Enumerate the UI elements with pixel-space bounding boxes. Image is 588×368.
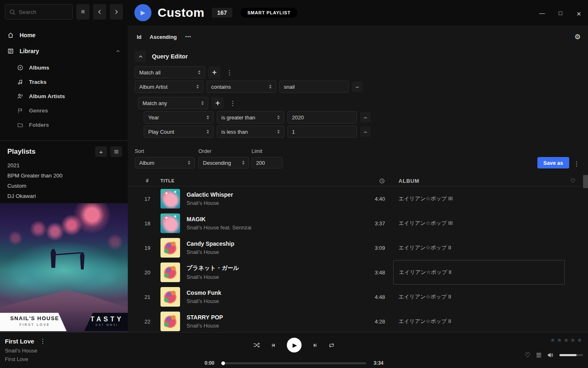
hamburger-icon: ≡ — [81, 8, 85, 16]
next-track-button[interactable] — [312, 342, 318, 348]
playlists-title: Playlists — [7, 148, 92, 156]
sidebar-item-genres[interactable]: Genres — [0, 103, 128, 118]
volume-button[interactable] — [547, 352, 554, 358]
rule-operator-select[interactable]: contains — [207, 81, 276, 93]
nav-forward-button[interactable] — [110, 4, 123, 20]
volume-slider[interactable] — [559, 354, 583, 356]
shuffle-button[interactable] — [253, 342, 261, 348]
match-type-select[interactable]: Match all — [135, 66, 205, 79]
sidebar-item-tracks[interactable]: Tracks — [0, 75, 128, 89]
close-button[interactable]: × — [576, 10, 582, 18]
sidebar-item-albums[interactable]: Albums — [0, 61, 128, 75]
sidebar-item-home[interactable]: Home — [0, 27, 128, 43]
group-menu-button[interactable]: ⋮ — [224, 69, 235, 76]
sort-select[interactable]: Album — [135, 157, 195, 168]
table-row[interactable]: 17 Galactic Whisper Snail’s House 4:40 エ… — [128, 186, 588, 211]
rule-value-input[interactable] — [292, 114, 352, 121]
save-menu-button[interactable]: ⋮ — [571, 160, 582, 168]
title-column-header[interactable]: TITLE — [160, 178, 352, 183]
table-row[interactable]: 18 MAGIK Snail’s House feat. Sennzai 3:3… — [128, 211, 588, 236]
seek-handle[interactable] — [221, 361, 225, 365]
match-type-select[interactable]: Match any — [138, 97, 208, 109]
tasty-logo-sub: EST MMXI — [86, 323, 128, 326]
order-select[interactable]: Descending — [198, 157, 249, 168]
favorite-button[interactable]: ♡ — [525, 351, 530, 359]
playlist-item[interactable]: 2021 — [0, 160, 128, 171]
favorite-column-header[interactable]: ♡ — [570, 177, 581, 184]
track-album-focused[interactable]: エイリアン☆ポップ II — [393, 260, 565, 285]
maximize-button[interactable]: □ — [557, 10, 564, 18]
menu-button[interactable]: ≡ — [76, 4, 89, 20]
seek-bar[interactable] — [222, 362, 366, 364]
track-album[interactable]: エイリアン☆ポップ III — [393, 186, 565, 211]
remove-rule-button[interactable]: − — [360, 112, 371, 123]
rule-field-select[interactable]: Play Count — [144, 126, 214, 138]
scrollbar-thumb[interactable] — [583, 175, 588, 188]
table-header: # TITLE ALBUM ♡ — [128, 175, 588, 186]
remove-rule-button[interactable]: − — [360, 126, 371, 137]
remove-rule-button[interactable]: − — [352, 81, 363, 92]
duration-column-header[interactable] — [379, 178, 385, 184]
add-rule-button[interactable]: + — [212, 97, 224, 109]
limit-input[interactable] — [256, 160, 278, 166]
now-playing-title[interactable]: First Love — [5, 338, 34, 345]
search-input-wrap[interactable] — [5, 4, 73, 20]
index-column-header[interactable]: # — [146, 178, 149, 184]
chevron-up-icon[interactable] — [116, 49, 120, 54]
playlist-item[interactable]: DJ Okawari — [0, 191, 128, 201]
nav-back-button[interactable] — [93, 4, 106, 20]
track-table: # TITLE ALBUM ♡ 17 Galactic Whisper Snai… — [128, 175, 588, 332]
sidebar-item-album-artists[interactable]: Album Artists — [0, 89, 128, 103]
save-as-button[interactable]: Save as — [537, 157, 569, 168]
track-menu-button[interactable]: ⋮ — [40, 337, 46, 345]
sidebar-item-library[interactable]: Library — [0, 43, 128, 59]
playlist-item[interactable]: BPM Greater than 200 — [0, 171, 128, 181]
star-icon[interactable]: ★ — [570, 337, 575, 344]
star-icon[interactable]: ★ — [564, 337, 569, 344]
flag-icon — [17, 108, 23, 114]
now-playing-album[interactable]: First Love — [5, 356, 46, 362]
table-row[interactable]: 20 プラネット・ガール Snail’s House 3:48 エイリアン☆ポッ… — [128, 260, 588, 285]
album-column-header[interactable]: ALBUM — [393, 175, 565, 186]
page-title: Custom — [158, 6, 205, 20]
add-playlist-button[interactable]: + — [95, 146, 107, 157]
playlist-item[interactable]: Custom — [0, 181, 128, 191]
table-row[interactable]: 22 STARRY POP Snail’s House 4:28 エイリアン☆ポ… — [128, 309, 588, 332]
track-album[interactable]: エイリアン☆ポップ II — [393, 309, 565, 332]
previous-track-button[interactable] — [271, 342, 277, 348]
rule-field-select[interactable]: Album Artist — [135, 81, 203, 93]
search-input[interactable] — [19, 9, 68, 15]
track-album[interactable]: エイリアン☆ポップ II — [393, 236, 565, 260]
sidebar-item-folders[interactable]: Folders — [0, 118, 128, 132]
add-rule-button[interactable]: + — [208, 66, 220, 79]
track-album[interactable]: エイリアン☆ポップ II — [393, 285, 565, 309]
artwork-figure — [56, 252, 81, 255]
star-icon[interactable]: ★ — [577, 337, 582, 344]
play-pause-button[interactable]: ▶ — [287, 338, 302, 352]
track-album[interactable]: エイリアン☆ポップ III — [393, 211, 565, 236]
star-icon[interactable]: ★ — [557, 337, 562, 344]
query-group-2: Match any + ⋮ Year is greater than — [135, 97, 588, 138]
minimize-button[interactable]: — — [539, 10, 545, 18]
sort-label: Sort — [135, 148, 195, 154]
table-row[interactable]: 21 Cosmo Funk Snail’s House 4:48 エイリアン☆ポ… — [128, 285, 588, 309]
rule-value-input[interactable] — [292, 129, 352, 135]
rule-value-input[interactable] — [284, 84, 344, 90]
playlist-list-button[interactable] — [110, 146, 122, 157]
rule-operator-select[interactable]: is greater than — [217, 111, 284, 123]
now-playing-artist[interactable]: Snail’s House — [5, 348, 46, 354]
star-icon[interactable]: ★ — [550, 337, 555, 344]
sort-direction-button[interactable]: Ascending — [150, 34, 177, 40]
sort-field-button[interactable]: Id — [137, 34, 142, 40]
folder-icon — [17, 122, 23, 128]
table-row[interactable]: 19 Candy Spaceship Snail’s House 3:09 エイ… — [128, 236, 588, 260]
queue-button[interactable] — [536, 352, 542, 358]
play-playlist-button[interactable]: ▶ — [134, 4, 151, 21]
repeat-button[interactable] — [328, 342, 335, 348]
more-options-button[interactable]: ⋯ — [185, 33, 192, 40]
settings-gear-button[interactable]: ⚙ — [575, 33, 581, 41]
group-menu-button[interactable]: ⋮ — [227, 99, 238, 107]
collapse-query-editor-button[interactable] — [135, 51, 146, 62]
rule-field-select[interactable]: Year — [144, 111, 214, 123]
rule-operator-select[interactable]: is less than — [217, 126, 284, 138]
